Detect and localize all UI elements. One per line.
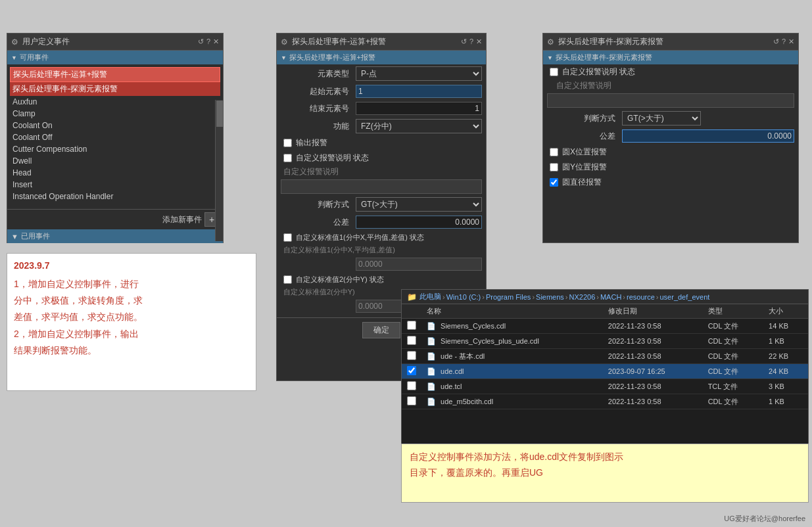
custom-report-input[interactable] — [547, 93, 794, 108]
table-row[interactable]: 📄 ude.tcl 2022-11-23 0:58 TCL 文件 3 KB — [402, 379, 808, 394]
list-item[interactable]: Auxfun — [10, 96, 220, 108]
std1-check[interactable] — [283, 233, 292, 242]
help-icon2[interactable]: ? — [469, 37, 473, 46]
info-line2: 分中，求极值，求旋转角度，求 — [14, 295, 143, 306]
file-type-cell: CDL 文件 — [703, 394, 763, 409]
x-alarm-check[interactable] — [550, 148, 558, 156]
info-box: 2023.9.7 1，增加自定义控制事件，进行 分中，求极值，求旋转角度，求 差… — [7, 253, 256, 391]
r-alarm-label: 圆直径报警 — [562, 177, 602, 188]
file-type-cell: CDL 文件 — [703, 319, 763, 334]
file-check[interactable] — [407, 366, 416, 375]
file-name: Siemens_Cycles_plus_ude.cdl — [441, 337, 539, 345]
refresh-icon[interactable]: ↺ — [198, 37, 204, 46]
file-check[interactable] — [407, 351, 416, 360]
file-check[interactable] — [407, 321, 416, 330]
custom-alarm-check[interactable] — [283, 154, 292, 162]
file-name-cell: 📄 ude - 基本.cdl — [421, 349, 603, 364]
output-alarm-check[interactable] — [283, 139, 292, 147]
available-events-list[interactable]: 探头后处理事件-运算+报警 探头后处理事件-探测元素报警 Auxfun Clam… — [7, 64, 223, 209]
info-line4: 2，增加自定义控制事件，输出 — [14, 329, 139, 339]
custom-alarm-label: 自定义报警说明 状态 — [296, 152, 369, 164]
std2-check[interactable] — [283, 275, 292, 284]
file-date-cell: 2022-11-23 0:58 — [603, 379, 703, 394]
start-input[interactable] — [356, 85, 482, 98]
custom-report-label: 自定义报警说明 状态 — [562, 66, 635, 78]
list-item[interactable]: Insert — [10, 179, 220, 191]
refresh-icon3[interactable]: ↺ — [773, 37, 779, 46]
close-icon[interactable]: ✕ — [213, 37, 219, 46]
file-checkbox-cell[interactable] — [402, 334, 421, 349]
close-icon2[interactable]: ✕ — [476, 37, 482, 46]
bc-pc[interactable]: 此电脑 — [419, 292, 441, 302]
std1-field-label: 自定义标准值1(分中X,平均值,差值) — [283, 246, 395, 254]
custom-report-check[interactable] — [550, 68, 558, 76]
panel2-header: ⚙ 探头后处理事件-运算+报警 ↺ ? ✕ — [277, 34, 486, 51]
file-type-cell: CDL 文件 — [703, 364, 763, 379]
info-date: 2023.9.7 — [14, 260, 249, 271]
col-type[interactable]: 类型 — [703, 304, 763, 319]
tolerance-input[interactable] — [356, 216, 482, 229]
y-alarm-check[interactable] — [550, 163, 558, 172]
table-row[interactable]: 📄 Siemens_Cycles.cdl 2022-11-23 0:58 CDL… — [402, 319, 808, 334]
col-size[interactable]: 大小 — [763, 304, 808, 319]
table-row[interactable]: 📄 ude.cdl 2023-09-07 16:25 CDL 文件 24 KB — [402, 364, 808, 379]
scrollbar-thumb[interactable] — [216, 101, 223, 127]
bc-siemens[interactable]: Siemens — [536, 293, 564, 301]
file-checkbox-cell[interactable] — [402, 349, 421, 364]
file-name-cell: 📄 ude.tcl — [421, 379, 603, 394]
col-date[interactable]: 修改日期 — [603, 304, 703, 319]
list-item[interactable]: 探头后处理事件-运算+报警 — [10, 67, 220, 82]
help-icon3[interactable]: ? — [782, 37, 786, 46]
file-size-cell: 1 KB — [763, 334, 808, 349]
list-item[interactable]: Instanced Operation Handler — [10, 191, 220, 202]
file-icon: 📄 — [427, 352, 436, 360]
list-item[interactable]: Coolant On — [10, 120, 220, 131]
file-checkbox-cell[interactable] — [402, 364, 421, 379]
bc-win[interactable]: Win10 (C:) — [446, 293, 481, 301]
confirm-button[interactable]: 确定 — [362, 322, 400, 338]
file-checkbox-cell[interactable] — [402, 394, 421, 409]
file-name: ude_m5bcith.cdl — [441, 398, 493, 405]
p3-tolerance-label: 公差 — [547, 131, 619, 142]
file-name-cell: 📄 Siemens_Cycles_plus_ude.cdl — [421, 334, 603, 349]
list-item[interactable]: 探头后处理事件-探测元素报警 — [10, 82, 220, 96]
function-select[interactable]: FZ(分中) — [356, 119, 482, 133]
custom-alarm-input[interactable] — [281, 179, 482, 194]
bc-nx[interactable]: NX2206 — [569, 293, 596, 301]
help-icon[interactable]: ? — [206, 37, 210, 46]
p3-judge-select[interactable]: GT(>大于) — [622, 111, 701, 126]
bc-resource[interactable]: resource — [627, 293, 655, 301]
element-type-select[interactable]: P-点 — [356, 66, 482, 81]
judge-select[interactable]: GT(>大于) — [356, 197, 482, 212]
bc-mach[interactable]: MACH — [600, 293, 621, 301]
table-row[interactable]: 📄 ude_m5bcith.cdl 2022-11-23 0:58 CDL 文件… — [402, 394, 808, 409]
table-row[interactable]: 📄 Siemens_Cycles_plus_ude.cdl 2022-11-23… — [402, 334, 808, 349]
bc-pf[interactable]: Program Files — [486, 293, 531, 301]
col-name[interactable]: 名称 — [421, 304, 603, 319]
file-checkbox-cell[interactable] — [402, 379, 421, 394]
p3-judge-label: 判断方式 — [547, 113, 619, 124]
file-check[interactable] — [407, 381, 416, 390]
file-checkbox-cell[interactable] — [402, 319, 421, 334]
p3-tolerance-input[interactable] — [622, 129, 794, 143]
file-date-cell: 2022-11-23 0:58 — [603, 319, 703, 334]
list-item[interactable]: Dwell — [10, 155, 220, 167]
list-item[interactable]: Cutter Compensation — [10, 143, 220, 155]
list-item[interactable]: Head — [10, 167, 220, 179]
list-item[interactable]: Coolant Off — [10, 131, 220, 143]
scrollbar[interactable] — [215, 100, 223, 241]
bc-ude[interactable]: user_def_event — [659, 293, 709, 301]
end-input[interactable] — [356, 102, 482, 115]
custom-alarm-desc-label: 自定义报警说明 — [283, 167, 339, 176]
r-alarm-check[interactable] — [550, 178, 558, 187]
table-row[interactable]: 📄 ude - 基本.cdl 2022-11-23 0:58 CDL 文件 22… — [402, 349, 808, 364]
arrow-icon3: ▼ — [281, 55, 287, 61]
folder-icon: 📁 — [407, 292, 417, 302]
file-check[interactable] — [407, 396, 416, 405]
judge-row: 判断方式 GT(>大于) — [277, 195, 486, 214]
refresh-icon2[interactable]: ↺ — [461, 37, 467, 46]
file-check[interactable] — [407, 336, 416, 345]
file-date-cell: 2022-11-23 0:58 — [603, 334, 703, 349]
close-icon3[interactable]: ✕ — [788, 37, 794, 46]
list-item[interactable]: Clamp — [10, 108, 220, 120]
